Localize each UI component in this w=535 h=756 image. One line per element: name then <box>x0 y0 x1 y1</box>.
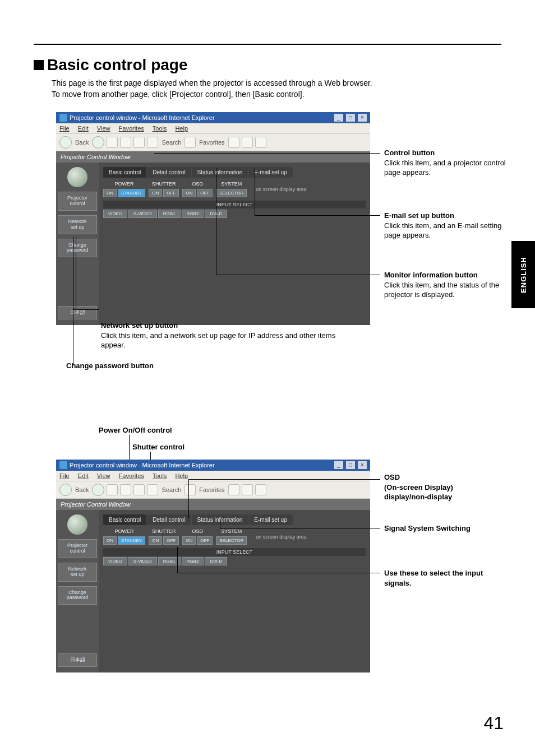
search-icon[interactable] <box>147 484 158 495</box>
intro-text: This page is the first page displayed wh… <box>52 77 372 100</box>
home-icon[interactable] <box>133 484 145 495</box>
menu-help[interactable]: Help <box>175 125 188 132</box>
window-title-text: Projector control window - Microsoft Int… <box>70 114 333 121</box>
input-svideo-button[interactable]: S-VIDEO <box>128 210 157 218</box>
window-titlebar: Projector control window - Microsoft Int… <box>56 460 370 471</box>
browser-toolbar: Back Search Favorites <box>56 133 370 151</box>
input-svideo-button[interactable]: S-VIDEO <box>128 557 157 565</box>
refresh-icon[interactable] <box>120 484 131 495</box>
osd-control: OSD ONOFF <box>182 181 213 197</box>
history-icon[interactable] <box>228 484 239 495</box>
system-selector-button[interactable]: SELECTOR <box>216 189 247 197</box>
on-screen-display-area: on screen display area <box>256 187 307 192</box>
back-icon[interactable] <box>59 136 72 149</box>
tab-basic-control[interactable]: Basic control <box>103 514 146 525</box>
shutter-on-button[interactable]: ON <box>149 536 162 545</box>
main-panel: Basic control Detail control Status info… <box>99 510 370 672</box>
favorites-icon[interactable] <box>185 484 196 495</box>
menu-favorites[interactable]: Favorites <box>119 125 144 132</box>
main-panel: Basic control Detail control Status info… <box>99 163 370 325</box>
sidebar-item-network-setup[interactable]: Network set up <box>58 563 97 582</box>
stop-icon[interactable] <box>107 137 118 148</box>
input-video-button[interactable]: VIDEO <box>103 210 127 218</box>
menu-favorites[interactable]: Favorites <box>119 472 144 479</box>
minimize-icon[interactable]: _ <box>334 114 343 122</box>
close-icon[interactable]: × <box>358 114 367 122</box>
callout-email-button: E-mail set up button Click this item, an… <box>384 211 510 240</box>
osd-on-button[interactable]: ON <box>182 189 196 197</box>
search-icon[interactable] <box>147 137 158 148</box>
ie-icon <box>59 461 67 469</box>
mail-icon[interactable] <box>242 137 253 148</box>
print-icon[interactable] <box>255 137 266 148</box>
sidebar-item-projector-control[interactable]: Projector control <box>58 539 97 558</box>
browser-menubar: File Edit View Favorites Tools Help <box>56 123 370 133</box>
page-number: 41 <box>483 713 504 734</box>
power-standby-button[interactable]: STANDBY <box>118 189 145 197</box>
maximize-icon[interactable]: □ <box>346 114 355 122</box>
menu-tools[interactable]: Tools <box>153 125 167 132</box>
power-standby-button[interactable]: STANDBY <box>118 536 145 545</box>
sidebar-item-japanese[interactable]: 日本語 <box>58 653 97 667</box>
forward-icon[interactable] <box>92 484 104 496</box>
input-rgb1-button[interactable]: RGB1 <box>158 210 181 218</box>
osd-off-button[interactable]: OFF <box>197 189 213 197</box>
maximize-icon[interactable]: □ <box>346 461 355 469</box>
stop-icon[interactable] <box>107 484 118 495</box>
print-icon[interactable] <box>255 484 266 495</box>
shutter-on-button[interactable]: ON <box>149 189 162 197</box>
forward-icon[interactable] <box>92 136 104 149</box>
back-icon[interactable] <box>59 484 72 496</box>
menu-file[interactable]: File <box>59 125 70 132</box>
tab-detail-control[interactable]: Detail control <box>147 514 191 525</box>
shutter-off-button[interactable]: OFF <box>163 189 179 197</box>
input-select: INPUT SELECT VIDEO S-VIDEO RGB1 RGB2 DVI… <box>103 548 366 565</box>
input-rgb2-button[interactable]: RGB2 <box>182 210 204 218</box>
menu-help[interactable]: Help <box>175 472 188 479</box>
tab-basic-control[interactable]: Basic control <box>103 167 146 178</box>
shutter-off-button[interactable]: OFF <box>163 536 179 545</box>
search-label: Search <box>162 486 181 493</box>
tab-status-information[interactable]: Status information <box>192 167 248 178</box>
input-rgb2-button[interactable]: RGB2 <box>182 557 204 565</box>
sidebar-item-projector-control[interactable]: Projector control <box>58 192 97 211</box>
home-icon[interactable] <box>133 137 145 148</box>
sidebar-item-change-password[interactable]: Change password <box>58 239 97 258</box>
osd-off-button[interactable]: OFF <box>197 536 213 545</box>
power-on-button[interactable]: ON <box>103 189 117 197</box>
favorites-icon[interactable] <box>185 137 196 148</box>
sidebar: Projector control Network set up Change … <box>56 163 99 325</box>
menu-view[interactable]: View <box>97 125 110 132</box>
menu-view[interactable]: View <box>97 472 110 479</box>
search-label: Search <box>162 139 181 146</box>
input-video-button[interactable]: VIDEO <box>103 557 127 565</box>
callout-control-button: Control button Click this item, and a pr… <box>384 148 510 178</box>
sidebar-item-change-password[interactable]: Change password <box>58 586 97 605</box>
tab-detail-control[interactable]: Detail control <box>147 167 191 178</box>
callout-input-select: Use these to select the input signals. <box>384 568 508 588</box>
sidebar-item-network-setup[interactable]: Network set up <box>58 215 97 234</box>
sidebar-item-japanese[interactable]: 日本語 <box>58 306 97 319</box>
menu-tools[interactable]: Tools <box>153 472 167 479</box>
menu-file[interactable]: File <box>59 472 70 479</box>
close-icon[interactable]: × <box>358 461 367 469</box>
on-screen-display-area: on screen display area <box>256 534 307 540</box>
callout-signal-switching: Signal System Switching <box>384 523 508 534</box>
history-icon[interactable] <box>228 137 239 148</box>
system-selector-button[interactable]: SELECTOR <box>216 536 247 545</box>
favorites-label: Favorites <box>199 139 224 146</box>
shutter-control: SHUTTER ONOFF <box>149 528 179 545</box>
callout-osd: OSD (On-screen Display) display/non-disp… <box>384 472 508 502</box>
power-control: POWER ONSTANDBY <box>103 181 145 197</box>
power-on-button[interactable]: ON <box>103 536 117 545</box>
osd-on-button[interactable]: ON <box>182 536 196 545</box>
favorites-label: Favorites <box>199 486 224 493</box>
input-dvid-button[interactable]: DVI-D <box>205 557 227 565</box>
mail-icon[interactable] <box>242 484 253 495</box>
menu-edit[interactable]: Edit <box>78 472 89 479</box>
minimize-icon[interactable]: _ <box>334 461 343 469</box>
menu-edit[interactable]: Edit <box>78 125 89 132</box>
tab-email-setup[interactable]: E-mail set up <box>248 514 292 525</box>
window-buttons: _ □ × <box>333 114 367 122</box>
refresh-icon[interactable] <box>120 137 131 148</box>
